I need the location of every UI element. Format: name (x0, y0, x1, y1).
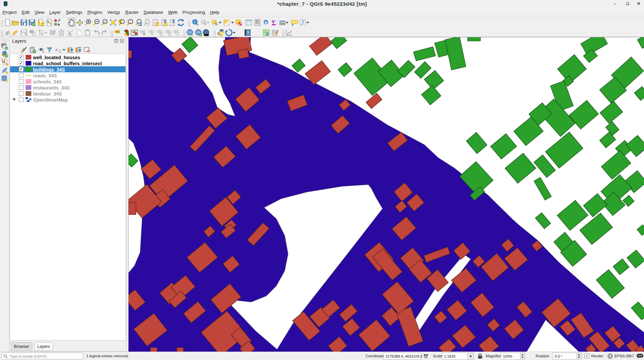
svg-text:abc: abc (141, 31, 145, 33)
svg-text:T: T (302, 20, 304, 24)
svg-text:abc: abc (116, 31, 120, 33)
svg-text:ε: ε (56, 47, 58, 52)
svg-text:?: ? (247, 31, 249, 35)
svg-text:i: i (194, 20, 195, 24)
svg-text:ab: ab (133, 31, 135, 33)
svg-text:1:1: 1:1 (104, 21, 107, 23)
svg-text:abc: abc (166, 31, 170, 33)
svg-text:abc: abc (174, 31, 178, 33)
svg-text:abc: abc (149, 31, 153, 33)
svg-text:Σ: Σ (271, 19, 276, 27)
svg-text:a: a (58, 22, 60, 26)
svg-text:abc: abc (158, 31, 162, 33)
